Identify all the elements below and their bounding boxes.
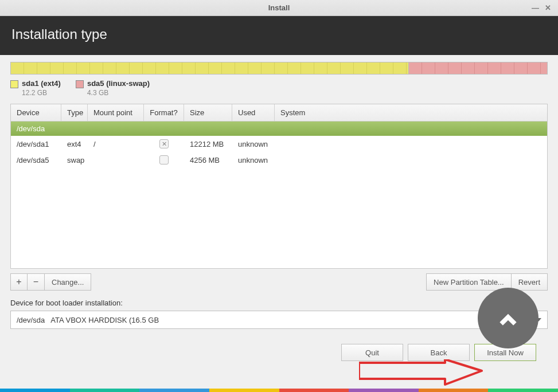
page-title: Installation type [11,26,547,42]
format-checkbox[interactable]: ✕ [159,139,169,148]
format-checkbox[interactable] [159,155,169,164]
table-row[interactable]: /dev/sda5 swap 4256 MB unknown [11,152,547,168]
partition-legend: sda1 (ext4) 12.2 GB sda5 (linux-swap) 4.… [10,79,548,97]
partition-segment-sda5 [409,62,547,74]
cell-used: unknown [232,140,275,148]
col-device[interactable]: Device [11,104,61,121]
partition-usage-bar [10,62,548,75]
cell-format[interactable]: ✕ [144,139,184,148]
page-header: Installation type [0,16,558,55]
revert-button[interactable]: Revert [512,273,548,291]
disk-header-row[interactable]: /dev/sda [11,121,547,136]
cell-size: 4256 MB [184,156,232,164]
col-system[interactable]: System [275,104,547,121]
bootloader-device-value: /dev/sda ATA VBOX HARDDISK (16.5 GB [17,316,159,324]
cell-format[interactable] [144,155,184,164]
legend-label: sda5 (linux-swap) [87,79,150,88]
legend-label: sda1 (ext4) [22,79,61,88]
legend-swatch-yellow [10,80,18,88]
footer-color-strip [0,389,558,392]
legend-item-sda5: sda5 (linux-swap) 4.3 GB [76,79,150,97]
window-title: Install [0,3,558,12]
cell-size: 12212 MB [184,140,232,148]
window-titlebar: Install — ✕ [0,0,558,16]
cell-device: /dev/sda1 [11,140,61,148]
cell-used: unknown [232,156,275,164]
quit-button[interactable]: Quit [341,344,403,361]
col-mount[interactable]: Mount point [88,104,144,121]
cell-type: swap [61,156,88,164]
partition-segment-sda1 [11,62,409,74]
bootloader-device-select[interactable]: /dev/sda ATA VBOX HARDDISK (16.5 GB [10,311,548,329]
col-size[interactable]: Size [184,104,232,121]
col-used[interactable]: Used [232,104,275,121]
legend-swatch-pink [76,80,84,88]
partition-action-group: + − Change... [10,273,91,291]
legend-size: 4.3 GB [87,89,150,97]
new-partition-table-button[interactable]: New Partition Table... [426,273,512,291]
legend-item-sda1: sda1 (ext4) 12.2 GB [10,79,61,97]
wizard-nav: Quit Back Install Now [10,344,548,361]
cell-type: ext4 [61,140,88,148]
cell-mount: / [88,140,144,148]
remove-partition-button[interactable]: − [28,273,45,291]
legend-size: 12.2 GB [22,89,61,97]
scroll-to-top-button[interactable] [478,288,539,348]
partition-table: Device Type Mount point Format? Size Use… [10,104,548,269]
col-format[interactable]: Format? [144,104,184,121]
table-row[interactable]: /dev/sda1 ext4 / ✕ 12212 MB unknown [11,136,547,152]
col-type[interactable]: Type [61,104,88,121]
change-partition-button[interactable]: Change... [45,273,91,291]
bootloader-label: Device for boot loader installation: [10,299,548,307]
cell-device: /dev/sda5 [11,156,61,164]
table-header-row: Device Type Mount point Format? Size Use… [11,104,547,121]
back-button[interactable]: Back [408,344,470,361]
add-partition-button[interactable]: + [10,273,28,291]
chevron-up-icon [495,305,521,331]
